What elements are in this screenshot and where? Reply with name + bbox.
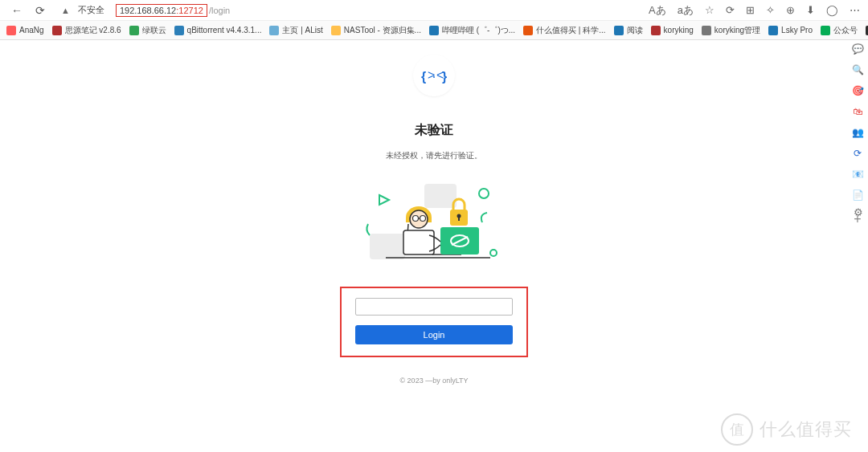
sidebar-icon[interactable]: ⟳ <box>852 148 863 159</box>
svg-rect-11 <box>458 217 460 221</box>
sidebar-icon[interactable]: 📄 <box>852 189 863 201</box>
svg-text:{: { <box>421 70 426 83</box>
bookmark-item[interactable]: 阅读 <box>614 25 643 36</box>
bookmark-item[interactable]: koryking <box>651 26 694 35</box>
addressbar-icon[interactable]: ◯ <box>826 4 838 16</box>
favicon <box>651 26 661 35</box>
page-title: 未验证 <box>340 122 528 139</box>
browser-address-bar: ← ⟳ ▲ 不安全 192.168.66.12 :12712 /login Aあ… <box>0 0 868 21</box>
bookmark-label: 哔哩哔哩 (゜-゜)つ... <box>442 25 515 36</box>
svg-point-7 <box>479 189 489 198</box>
bookmark-label: qBittorrent v4.4.3.1... <box>187 26 262 35</box>
addressbar-icon[interactable]: ✧ <box>766 4 775 16</box>
sidebar-icon[interactable]: 🔍 <box>852 64 863 75</box>
favicon <box>821 26 830 35</box>
addressbar-icon[interactable]: ☆ <box>705 4 714 16</box>
security-warn-icon: ▲ <box>61 6 70 15</box>
favicon <box>269 26 279 35</box>
bookmark-label: 公众号 <box>833 25 858 36</box>
bookmark-label: 思源笔记 v2.8.6 <box>65 25 121 36</box>
svg-text:}: } <box>442 70 447 83</box>
bookmark-label: 阅读 <box>627 25 643 36</box>
addressbar-icon[interactable]: ⊞ <box>746 4 755 16</box>
bookmark-label: 绿联云 <box>142 25 166 36</box>
bookmark-label: 主页 | AList <box>282 25 322 36</box>
watermark-text: 什么值得买 <box>760 417 852 442</box>
url-port: :12712 <box>176 6 203 15</box>
svg-point-14 <box>420 216 426 222</box>
sidebar-icon[interactable]: 💬 <box>852 43 863 55</box>
security-label: 不安全 <box>78 4 104 16</box>
bookmark-item[interactable]: 绿联云 <box>129 25 166 36</box>
url-display[interactable]: 192.168.66.12 :12712 /login <box>116 4 230 17</box>
edge-sidebar: 💬🔍🎯🛍👥⟳📧📄+⚙ <box>847 40 868 225</box>
watermark: 值 什么值得买 <box>721 413 852 446</box>
favicon <box>6 26 16 35</box>
bookmark-item[interactable]: koryking管理 <box>702 25 760 36</box>
favicon <box>429 26 439 35</box>
login-illustration <box>362 179 506 275</box>
bookmark-item[interactable]: qBittorrent v4.4.3.1... <box>174 26 262 35</box>
login-button[interactable]: Login <box>355 325 513 344</box>
bookmark-item[interactable]: 什么值得买 | 科学... <box>523 25 606 36</box>
login-form-highlight: Login <box>340 287 528 357</box>
svg-point-20 <box>490 250 497 256</box>
bookmark-item[interactable]: 主页 | AList <box>269 25 322 36</box>
addressbar-icon[interactable]: ⟳ <box>726 4 735 16</box>
addressbar-icon[interactable]: ⋯ <box>850 4 860 16</box>
svg-point-13 <box>413 216 419 222</box>
favicon <box>768 26 778 35</box>
bookmark-item[interactable]: 哔哩哔哩 (゜-゜)つ... <box>429 25 515 36</box>
app-logo: { > < } <box>413 55 455 96</box>
bookmark-label: 什么值得买 | 科学... <box>536 25 606 36</box>
addressbar-icon[interactable]: Aあ <box>649 3 666 18</box>
addressbar-icon[interactable]: ⬇ <box>806 4 815 16</box>
url-path: /login <box>209 6 230 15</box>
svg-rect-8 <box>370 234 405 259</box>
sidebar-icon[interactable]: 🛍 <box>852 106 863 117</box>
bookmarks-bar: AnaNg思源笔记 v2.8.6绿联云qBittorrent v4.4.3.1.… <box>0 21 868 40</box>
favicon <box>523 26 533 35</box>
svg-rect-6 <box>424 184 457 208</box>
svg-point-2 <box>433 76 435 78</box>
bookmark-label: AnaNg <box>19 26 44 35</box>
sidebar-icon[interactable]: 👥 <box>852 127 863 138</box>
favicon <box>614 26 624 35</box>
back-button[interactable]: ← <box>11 5 23 16</box>
bookmark-item[interactable]: 思源笔记 v2.8.6 <box>52 25 121 36</box>
bookmark-item[interactable]: Lsky Pro <box>768 26 813 35</box>
svg-text:>: > <box>428 68 435 82</box>
addressbar-icon[interactable]: ⊕ <box>786 4 795 16</box>
address-right-icons: Aあaあ☆⟳⊞✧⊕⬇◯⋯ <box>649 3 862 18</box>
bookmark-item[interactable]: NASTool - 资源归集... <box>331 25 421 36</box>
favicon <box>702 26 711 35</box>
page-subtitle: 未经授权，请先进行验证。 <box>340 150 528 161</box>
bookmark-item[interactable]: 公众号 <box>821 25 858 36</box>
bookmark-label: koryking管理 <box>714 25 760 36</box>
footer-text: © 2023 —by onlyLTY <box>340 377 528 385</box>
favicon <box>52 26 62 35</box>
sidebar-icon[interactable]: 🎯 <box>852 85 863 96</box>
favicon <box>174 26 184 35</box>
url-ip: 192.168.66.12 <box>120 6 176 15</box>
settings-icon[interactable]: ⚙ <box>854 206 863 218</box>
sidebar-icon[interactable]: 📧 <box>852 169 863 180</box>
page-content: { > < } 未验证 未经授权，请先进行验证。 <box>0 40 868 452</box>
favicon <box>129 26 139 35</box>
addressbar-icon[interactable]: aあ <box>678 3 694 18</box>
bookmark-item[interactable]: AnaNg <box>6 26 44 35</box>
refresh-button[interactable]: ⟳ <box>35 5 45 16</box>
bookmark-label: Lsky Pro <box>781 26 813 35</box>
bookmark-label: NASTool - 资源归集... <box>344 25 421 36</box>
password-input[interactable] <box>355 298 513 316</box>
bookmark-label: koryking <box>664 26 694 35</box>
favicon <box>331 26 341 35</box>
login-panel: { > < } 未验证 未经授权，请先进行验证。 <box>340 55 528 452</box>
svg-marker-5 <box>379 195 389 205</box>
watermark-circle: 值 <box>721 413 753 446</box>
